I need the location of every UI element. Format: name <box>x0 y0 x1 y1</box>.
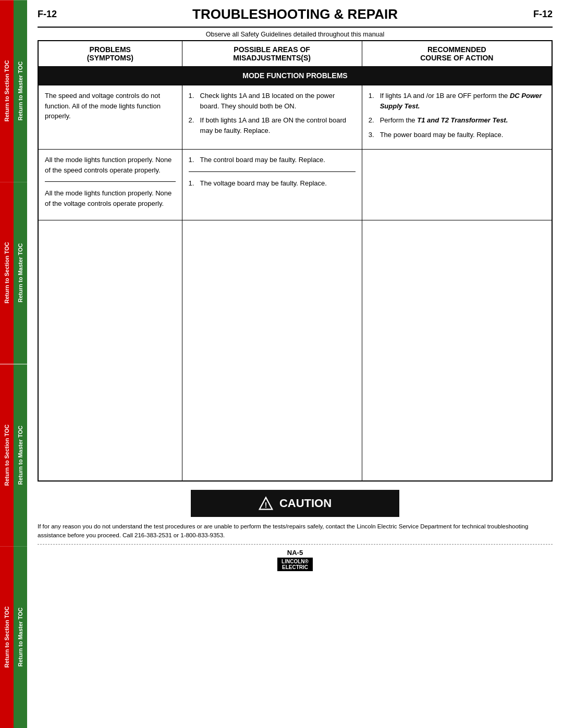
sidebar-tab-section-toc-1[interactable]: Return to Section TOC <box>0 0 14 182</box>
safety-note: Observe all Safety Guidelines detailed t… <box>38 31 553 38</box>
caution-label: CAUTION <box>279 497 332 510</box>
sidebar-tab-section-toc-3[interactable]: Return to Section TOC <box>0 364 14 546</box>
sidebar-section-4: Return to Section TOC Return to Master T… <box>0 546 27 728</box>
empty-cell-3 <box>362 220 552 481</box>
footer-divider <box>38 544 553 545</box>
footer-bottom: NA-5 LINCOLN® ELECTRIC <box>38 549 553 571</box>
lincoln-logo: LINCOLN® ELECTRIC <box>277 558 313 571</box>
page-code-right: F-12 <box>533 9 553 20</box>
company-sub: ELECTRIC <box>282 564 308 570</box>
main-table: PROBLEMS(SYMPTOMS) POSSIBLE AREAS OFMISA… <box>38 40 553 482</box>
section-header-cell: MODE FUNCTION PROBLEMS <box>38 67 552 85</box>
table-row-empty <box>38 220 552 481</box>
page-title: TROUBLESHOOTING & REPAIR <box>57 6 533 22</box>
problem-cell-1: The speed and voltage controls do not fu… <box>38 85 182 150</box>
sidebar: Return to Section TOC Return to Master T… <box>0 0 27 728</box>
col-header-recommended: RECOMMENDEDCOURSE OF ACTION <box>362 41 552 67</box>
recommended-cell-1: 1. If lights 1A and /or 1B are OFF perfo… <box>362 85 552 150</box>
misadj-list-1: 1. Check lights 1A and 1B located on the… <box>189 91 356 135</box>
recommended-item-1-2: 2. Perform the T1 and T2 Transformer Tes… <box>369 115 545 126</box>
col-header-misadj: POSSIBLE AREAS OFMISADJUSTMENTS(S) <box>182 41 362 67</box>
recommended-cell-2 <box>362 150 552 220</box>
sidebar-tab-master-toc-1[interactable]: Return to Master TOC <box>14 0 27 182</box>
table-row-1: The speed and voltage controls do not fu… <box>38 85 552 150</box>
misadj-cell-2: 1. The control board may be faulty. Repl… <box>182 150 362 220</box>
caution-banner: ! CAUTION <box>191 490 399 517</box>
table-header-row: PROBLEMS(SYMPTOMS) POSSIBLE AREAS OFMISA… <box>38 41 552 67</box>
table-row-2: All the mode lights function properly. N… <box>38 150 552 220</box>
sub-problem-2a: All the mode lights function properly. N… <box>45 155 176 175</box>
misadj-item-2b-1: 1. The voltage board may be faulty. Repl… <box>189 178 356 189</box>
misadj-item-1-1: 1. Check lights 1A and 1B located on the… <box>189 91 356 111</box>
footer-logo: LINCOLN® ELECTRIC <box>38 557 553 571</box>
empty-cell-1 <box>38 220 182 481</box>
misadj-cell-1: 1. Check lights 1A and 1B located on the… <box>182 85 362 150</box>
misadj-sub-2b: 1. The voltage board may be faulty. Repl… <box>189 171 356 189</box>
problem-cell-2: All the mode lights function properly. N… <box>38 150 182 220</box>
page-header: F-12 TROUBLESHOOTING & REPAIR F-12 <box>38 0 553 28</box>
sidebar-section-3: Return to Section TOC Return to Master T… <box>0 364 27 546</box>
problem-text-1: The speed and voltage controls do not fu… <box>45 92 161 120</box>
caution-triangle-icon: ! <box>259 496 273 511</box>
sub-problem-2b: All the mode lights function properly. N… <box>45 181 176 208</box>
sidebar-tab-master-toc-2[interactable]: Return to Master TOC <box>14 182 27 364</box>
company-name: LINCOLN <box>282 559 304 564</box>
sidebar-tab-master-toc-4[interactable]: Return to Master TOC <box>14 546 27 728</box>
misadj-item-2a-1: 1. The control board may be faulty. Repl… <box>189 155 356 165</box>
recommended-item-1-3: 3. The power board may be faulty. Replac… <box>369 130 545 140</box>
empty-cell-2 <box>182 220 362 481</box>
sidebar-tab-section-toc-4[interactable]: Return to Section TOC <box>0 546 14 728</box>
footer-page-code: NA-5 <box>38 549 553 557</box>
main-content: F-12 TROUBLESHOOTING & REPAIR F-12 Obser… <box>27 0 563 582</box>
misadj-item-1-2: 2. If both lights 1A and 1B are ON the c… <box>189 115 356 135</box>
footer-note: If for any reason you do not understand … <box>38 522 553 540</box>
svg-text:!: ! <box>265 500 267 509</box>
sidebar-tab-section-toc-2[interactable]: Return to Section TOC <box>0 182 14 364</box>
col-header-problems: PROBLEMS(SYMPTOMS) <box>38 41 182 67</box>
recommended-item-1-1: 1. If lights 1A and /or 1B are OFF perfo… <box>369 91 545 111</box>
recommended-list-1: 1. If lights 1A and /or 1B are OFF perfo… <box>369 91 545 140</box>
sidebar-section-1: Return to Section TOC Return to Master T… <box>0 0 27 182</box>
sidebar-section-2: Return to Section TOC Return to Master T… <box>0 182 27 364</box>
misadj-sub-2a: 1. The control board may be faulty. Repl… <box>189 155 356 165</box>
page-code-left: F-12 <box>38 9 57 20</box>
sidebar-tab-master-toc-3[interactable]: Return to Master TOC <box>14 364 27 546</box>
section-header-row: MODE FUNCTION PROBLEMS <box>38 67 552 85</box>
